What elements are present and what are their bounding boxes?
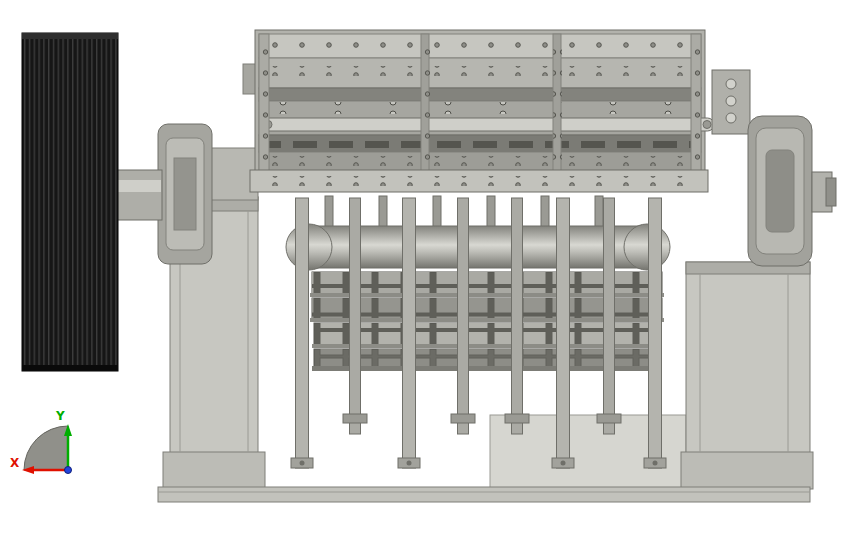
machine-model[interactable] — [22, 30, 836, 502]
side-plate — [712, 70, 750, 134]
left-pedestal-foot — [163, 452, 265, 489]
plate-hole — [726, 113, 736, 123]
bearing-core — [766, 150, 794, 232]
pulley-bottom-edge — [22, 365, 118, 371]
plate-hole — [300, 461, 305, 466]
bolt-row — [270, 156, 690, 166]
bolt-column — [260, 36, 269, 176]
plate-stub — [343, 414, 367, 423]
axis-z-dot[interactable] — [65, 467, 72, 474]
base-plate-body — [158, 487, 810, 502]
slot-row — [262, 135, 698, 152]
triad-fan — [24, 426, 68, 470]
plate-stub — [505, 414, 529, 423]
rotor-hub-right — [624, 224, 670, 270]
plate-stub — [451, 414, 475, 423]
orientation-triad[interactable]: X Y — [10, 409, 72, 474]
casing-slot-band — [259, 88, 701, 101]
plate-hole — [407, 461, 412, 466]
belt-pulley[interactable] — [22, 33, 118, 371]
drive-shaft — [112, 170, 162, 220]
hammer-plate — [604, 198, 615, 434]
bearing-core — [174, 158, 196, 230]
cad-viewport[interactable]: X Y — [0, 0, 867, 533]
plate-hole — [561, 461, 566, 466]
hammer-plate — [557, 198, 570, 468]
drive-shaft-body — [112, 170, 162, 220]
upper-casing[interactable] — [255, 30, 714, 178]
bolt-row-large — [270, 102, 690, 114]
bolt-row — [270, 66, 690, 76]
bolt-column — [692, 36, 701, 176]
tie-rod-end — [703, 121, 711, 129]
tie-rod — [262, 118, 714, 131]
base-plate — [158, 487, 810, 502]
shaft-highlight — [113, 180, 161, 192]
bolt-row — [270, 40, 690, 50]
right-bearing[interactable] — [748, 116, 836, 266]
cad-canvas[interactable]: X Y — [0, 0, 867, 533]
left-bearing[interactable] — [158, 124, 212, 264]
hammer-plate — [350, 198, 361, 434]
plate-hole — [653, 461, 658, 466]
hammer-plate — [403, 198, 416, 468]
hammer-plate — [649, 198, 662, 468]
plate-hole — [726, 96, 736, 106]
bolt-row — [258, 176, 702, 186]
hammer-plate — [296, 198, 309, 468]
pulley-fins — [22, 33, 118, 371]
right-pedestal[interactable] — [681, 262, 813, 489]
shaft-end-cap — [826, 178, 836, 206]
pulley-top-edge — [22, 33, 118, 39]
hammer-plate — [458, 198, 469, 434]
plate-hole — [726, 79, 736, 89]
right-pedestal-foot — [681, 452, 813, 489]
axis-y-label: Y — [55, 409, 65, 423]
bolt-column — [421, 36, 430, 176]
plate-stub — [597, 414, 621, 423]
hammer-plate — [512, 198, 523, 434]
axis-x-label: X — [10, 456, 20, 470]
bolt-column — [553, 36, 562, 176]
discharge-flange — [250, 170, 708, 192]
